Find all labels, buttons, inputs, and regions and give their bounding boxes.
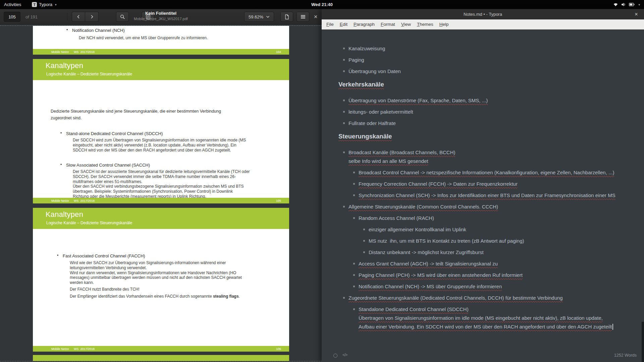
- md-text: selbe Info wird an alle MS gesendet: [348, 158, 428, 165]
- md-list-item[interactable]: Paging Channel (PCH) -> MS wird über ein…: [359, 272, 639, 279]
- markdown-editor[interactable]: KanalzuweisungPagingÜbertragung von Date…: [322, 29, 644, 349]
- next-page-button[interactable]: [85, 12, 99, 22]
- menu-view[interactable]: View: [398, 20, 414, 28]
- md-list-item[interactable]: Allgemeine Steuerungskanäle (Common Cont…: [348, 203, 639, 210]
- md-text: Übertragen von Signalisierungsinformatio…: [359, 314, 603, 321]
- footer-course: Mobile Netze: [51, 199, 69, 202]
- bullet-icon: [353, 286, 355, 287]
- bullet-icon: [343, 100, 345, 101]
- md-list-item[interactable]: Übertragung von Datenströme (Fax, Sprach…: [348, 97, 639, 104]
- text-line: SDCCH wird von der MS über den den RACH …: [73, 148, 246, 153]
- slide-text-part: Der Empfänger identifiziert das Vorhande…: [70, 294, 213, 299]
- md-text: Aufbau einer Verbindung. Ein SDCCH wird …: [359, 323, 613, 330]
- md-text: Frequency Correction Channel (FCCH) -> D…: [359, 180, 518, 187]
- slide-footer: Mobile Netze WS 2017/2018 104: [33, 49, 289, 55]
- previous-page-button[interactable]: [72, 12, 85, 22]
- menu-paragraph[interactable]: Paragraph: [351, 20, 378, 28]
- typora-statusbar: </> 1252 Words: [322, 349, 644, 362]
- menu-file[interactable]: File: [323, 20, 337, 28]
- slide-header: Kanaltypen Logische Kanäle – Dedizierte …: [33, 59, 289, 80]
- md-list-item[interactable]: Notification Channel (NCH) -> MS über Gr…: [359, 283, 639, 290]
- md-text: Paging: [348, 56, 364, 63]
- text-cursor: [612, 324, 613, 330]
- status-circle-icon[interactable]: [333, 354, 337, 358]
- typora-titlebar[interactable]: Notes.md • - Typora ✕: [322, 9, 644, 19]
- md-list-item[interactable]: Übertragung von Daten: [348, 68, 639, 75]
- md-list-item[interactable]: Synchronization Channel (SCH) -> Infos z…: [359, 192, 639, 199]
- bullet-icon: [343, 297, 345, 299]
- md-list-item[interactable]: MS nutz ihn, um mit BTS in Kontakt zu tr…: [369, 237, 639, 244]
- typora-menubar: FileEditParagraphFormatViewThemesHelp: [322, 19, 644, 29]
- bullet-icon: [353, 183, 355, 185]
- page-number-input[interactable]: 105: [4, 12, 20, 22]
- text-line: Wird nur dann verwendet, wenn Signalisie…: [70, 270, 242, 276]
- slide-text: Der FACCH nutzt Bandbreite des TCH!: [70, 287, 140, 292]
- slide-105: Kanaltypen Logische Kanäle – Dedizierte …: [33, 59, 289, 203]
- word-count: 1252 Words: [614, 353, 637, 358]
- bullet-icon: [343, 152, 345, 153]
- clock[interactable]: Wed 21:40: [0, 2, 644, 7]
- zoom-level-value: 59.62%: [249, 14, 263, 19]
- slide-bullet: Fast Associated Control Channel (FACCH): [63, 253, 145, 258]
- hamburger-icon: [301, 16, 305, 17]
- system-tray[interactable]: ▾: [613, 0, 644, 9]
- md-list-item[interactable]: Paging: [348, 56, 639, 63]
- zoom-level-dropdown[interactable]: 59.62%: [244, 12, 274, 22]
- bullet-icon: [363, 251, 365, 253]
- md-heading[interactable]: Verkehrskanäle: [338, 80, 384, 89]
- menu-format[interactable]: Format: [378, 20, 398, 28]
- footer-term: WS 2017/2018: [74, 199, 95, 202]
- md-heading[interactable]: Steuerungskanäle: [338, 132, 392, 141]
- md-list-item[interactable]: leitungs- oder paketvermittelt: [348, 108, 639, 115]
- md-list-item[interactable]: einziger allgemeiner Kontrollkanal im Up…: [369, 226, 639, 233]
- md-text: MS nutz ihn, um mit BTS in Kontakt zu tr…: [369, 237, 524, 244]
- text-line: Der SACCH ist der assoziierte Steuerungs…: [73, 169, 250, 174]
- bullet-icon: [363, 240, 365, 242]
- scrollbar-thumb[interactable]: [642, 322, 644, 362]
- bullet-icon: [353, 194, 355, 196]
- typora-close-button[interactable]: ✕: [632, 9, 641, 19]
- md-list-item[interactable]: Random Access Channel (RACH): [359, 215, 639, 222]
- pdf-close-button[interactable]: ✕: [311, 13, 320, 21]
- search-button[interactable]: [116, 12, 129, 22]
- view-edge-dashed-line: [0, 361, 322, 361]
- text-line: Über den SACCH wird verbindungsbezogene …: [73, 184, 250, 189]
- menu-themes[interactable]: Themes: [414, 20, 436, 28]
- slide-text-part: .: [239, 294, 240, 299]
- slide-subtitle: Logische Kanäle – Dedizierte Steuerungsk…: [46, 221, 132, 225]
- md-text: einziger allgemeiner Kontrollkanal im Up…: [369, 226, 466, 233]
- md-list-item[interactable]: Standalone Dedicated Control Channel (SD…: [359, 306, 639, 330]
- slide-bullet: Notification Channel (NCH): [72, 28, 125, 33]
- md-list-item[interactable]: Fullrate oder Halfrate: [348, 120, 639, 127]
- md-list-item[interactable]: Broadcast Control Channel -> netzspezifi…: [359, 169, 639, 176]
- md-text: Übertragung von Daten: [348, 68, 401, 75]
- md-list-item[interactable]: Kanalzuweisung: [348, 45, 639, 52]
- screen: Activities T Typora ▾ Wed 21:40 ▾: [0, 0, 644, 362]
- typora-window: Notes.md • - Typora ✕ FileEditParagraphF…: [322, 9, 644, 362]
- md-list-item[interactable]: Distanz unbekannt -> möglichst kurzer Zu…: [369, 249, 639, 256]
- bullet-icon: [353, 274, 355, 276]
- text-line: Der SDCCH wird zum Übertragen von Signal…: [73, 138, 246, 143]
- source-mode-toggle[interactable]: </>: [342, 353, 347, 357]
- md-list-item[interactable]: Access Grant Channel (AGCH) -> teilt Sig…: [359, 260, 639, 267]
- md-list-item[interactable]: Zugeordnete Steuerungskanäle (Dedicated …: [348, 294, 639, 301]
- md-list-item[interactable]: Frequency Correction Channel (FCCH) -> D…: [359, 180, 639, 187]
- menu-button[interactable]: [297, 12, 309, 22]
- md-list-item[interactable]: Broadcast Kanäle (Broadcast Channels, BC…: [348, 149, 639, 165]
- sidebar-toggle-button[interactable]: [142, 12, 154, 22]
- slide-bullet: Stand-alone Dedicated Control Channel (S…: [66, 131, 163, 136]
- page-view-button[interactable]: [280, 12, 293, 22]
- bullet-icon: [353, 308, 355, 310]
- toolbar-separator: [67, 13, 67, 20]
- chevron-right-icon: [90, 15, 94, 19]
- slide-text: Wird wie der SACCH zur Übertragung von S…: [70, 260, 242, 285]
- footer-page-number: 106: [276, 347, 281, 351]
- md-text: Zugeordnete Steuerungskanäle (Dedicated …: [348, 294, 563, 301]
- pdf-viewer-window: 105 of 191: [0, 9, 322, 362]
- text-line: messages) unmittelbar übertragen werden …: [70, 275, 242, 280]
- menu-edit[interactable]: Edit: [337, 20, 351, 28]
- slide-text: Der Empfänger identifiziert das Vorhande…: [70, 294, 240, 299]
- md-text: Übertragung von Datenströme (Fax, Sprach…: [348, 97, 488, 104]
- menu-help[interactable]: Help: [436, 20, 452, 28]
- pdf-document-area[interactable]: Notification Channel (NCH) Der NCH wird …: [0, 24, 322, 362]
